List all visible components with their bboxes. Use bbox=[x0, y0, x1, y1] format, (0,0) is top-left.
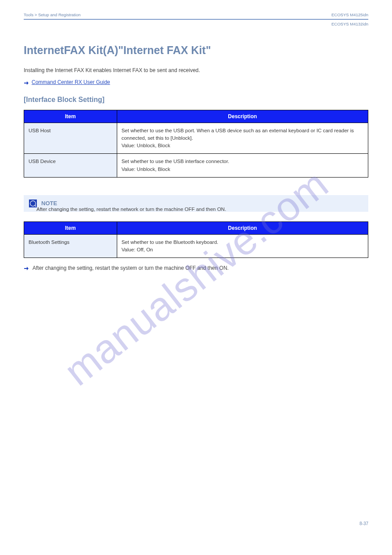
table-row: Bluetooth Settings Set whether to use th… bbox=[24, 234, 368, 258]
header-model-top: ECOSYS M4125idn bbox=[331, 12, 368, 17]
table-cell-desc: Set whether to use the USB port. When a … bbox=[117, 123, 368, 154]
page-content: Tools > Setup and Registration ECOSYS M4… bbox=[0, 0, 392, 274]
arrow-right-icon bbox=[24, 264, 29, 274]
note-title: NOTE bbox=[41, 200, 57, 207]
note-text: After changing the setting, restart the … bbox=[36, 195, 368, 212]
header-model-sub: ECOSYS M4132idn bbox=[24, 22, 368, 26]
interface-block-table: Item Description USB Host Set whether to… bbox=[24, 110, 368, 178]
header-breadcrumb: Tools > Setup and Registration bbox=[24, 12, 81, 17]
page-number: 8-37 bbox=[360, 521, 368, 526]
section-heading: InternetFAX Kit(A)"Internet FAX Kit" bbox=[24, 44, 368, 57]
table-row: USB Device Set whether to use the USB in… bbox=[24, 154, 368, 178]
table-cell-desc: Set whether to use the USB interface con… bbox=[117, 154, 368, 178]
table-cell-desc: Set whether to use the Bluetooth keyboar… bbox=[117, 234, 368, 258]
header-divider bbox=[24, 19, 368, 20]
table-header-desc: Description bbox=[117, 221, 368, 234]
bullet-text: After changing the setting, restart the … bbox=[32, 264, 229, 274]
table-header-item: Item bbox=[24, 110, 117, 123]
subsection-heading: [Interface Block Setting] bbox=[24, 96, 368, 104]
header-row: Tools > Setup and Registration ECOSYS M4… bbox=[24, 12, 368, 17]
table-row: USB Host Set whether to use the USB port… bbox=[24, 123, 368, 154]
reference-link-row: Command Center RX User Guide bbox=[24, 79, 368, 85]
bullet-list: After changing the setting, restart the … bbox=[24, 264, 368, 274]
table-cell-label: USB Device bbox=[24, 154, 117, 178]
note-icon bbox=[29, 200, 37, 207]
reference-link[interactable]: Command Center RX User Guide bbox=[32, 79, 110, 85]
svg-line-1 bbox=[35, 205, 36, 207]
bluetooth-table: Item Description Bluetooth Settings Set … bbox=[24, 221, 368, 258]
intro-text: Installing the Internet FAX Kit enables … bbox=[24, 66, 368, 75]
table-header-item: Item bbox=[24, 221, 117, 234]
arrow-right-icon bbox=[24, 80, 29, 85]
svg-point-0 bbox=[30, 201, 36, 206]
table-cell-label: USB Host bbox=[24, 123, 117, 154]
bullet-item: After changing the setting, restart the … bbox=[24, 264, 368, 274]
table-cell-label: Bluetooth Settings bbox=[24, 234, 117, 258]
table-header-desc: Description bbox=[117, 110, 368, 123]
